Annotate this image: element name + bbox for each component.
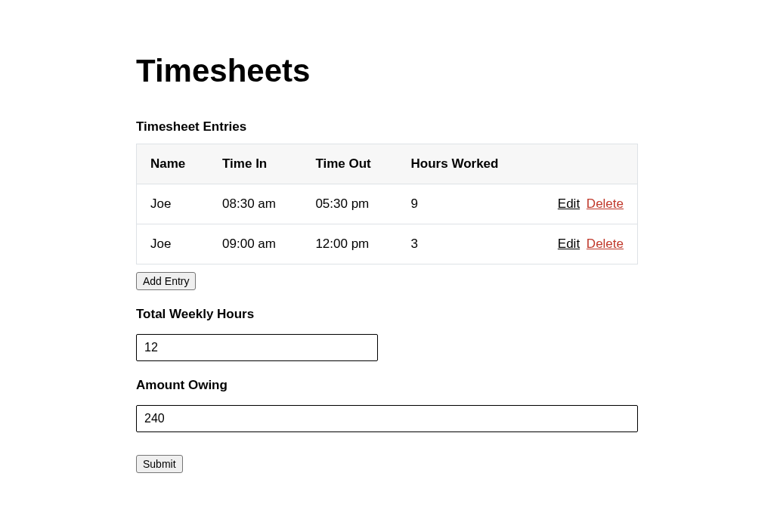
cell-time-in: 08:30 am	[209, 184, 302, 224]
total-hours-input[interactable]	[136, 334, 378, 361]
timesheet-table: Name Time In Time Out Hours Worked Joe 0…	[136, 144, 638, 264]
col-actions	[530, 144, 638, 184]
col-name: Name	[137, 144, 209, 184]
table-row: Joe 08:30 am 05:30 pm 9 Edit Delete	[137, 184, 638, 224]
total-hours-label: Total Weekly Hours	[136, 307, 638, 322]
delete-link[interactable]: Delete	[587, 196, 624, 211]
page-title: Timesheets	[136, 53, 638, 89]
edit-link[interactable]: Edit	[558, 237, 580, 251]
delete-link[interactable]: Delete	[587, 237, 624, 251]
cell-time-out: 12:00 pm	[302, 224, 397, 264]
cell-time-in: 09:00 am	[209, 224, 302, 264]
cell-time-out: 05:30 pm	[302, 184, 397, 224]
add-entry-button[interactable]: Add Entry	[136, 272, 196, 290]
submit-button[interactable]: Submit	[136, 455, 183, 473]
entries-section-label: Timesheet Entries	[136, 119, 638, 135]
cell-hours-worked: 9	[398, 184, 530, 224]
cell-hours-worked: 3	[398, 224, 530, 264]
cell-actions: Edit Delete	[530, 224, 638, 264]
cell-name: Joe	[137, 224, 209, 264]
edit-link[interactable]: Edit	[558, 196, 580, 211]
cell-name: Joe	[137, 184, 209, 224]
col-hours-worked: Hours Worked	[398, 144, 530, 184]
col-time-out: Time Out	[302, 144, 397, 184]
amount-owing-input[interactable]	[136, 405, 638, 432]
cell-actions: Edit Delete	[530, 184, 638, 224]
table-row: Joe 09:00 am 12:00 pm 3 Edit Delete	[137, 224, 638, 264]
col-time-in: Time In	[209, 144, 302, 184]
amount-owing-label: Amount Owing	[136, 378, 638, 393]
